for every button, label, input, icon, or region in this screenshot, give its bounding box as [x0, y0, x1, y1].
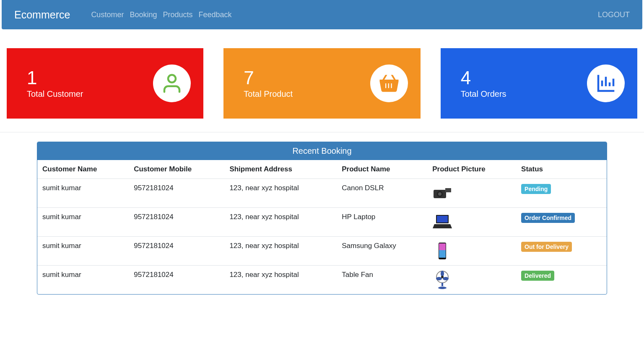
stat-product-label: Total Product — [244, 89, 293, 99]
laptop-icon — [432, 213, 452, 231]
cell-shipment-address: 123, near xyz hospital — [225, 208, 338, 237]
fan-icon — [432, 271, 452, 289]
table-row: sumit kumar9572181024123, near xyz hospi… — [37, 179, 607, 208]
stat-orders-label: Total Orders — [461, 89, 506, 99]
svg-point-16 — [438, 287, 447, 289]
svg-rect-6 — [437, 216, 448, 222]
cell-product-picture — [428, 266, 517, 295]
cell-customer-mobile: 9572181024 — [130, 237, 225, 266]
cell-customer-name: sumit kumar — [37, 179, 130, 208]
recent-booking-panel: Recent Booking Customer Name Customer Mo… — [37, 142, 607, 295]
cell-product-picture — [428, 208, 517, 237]
navbar: Ecommerce Customer Booking Products Feed… — [2, 0, 642, 29]
svg-point-0 — [168, 75, 176, 83]
cell-product-name: HP Laptop — [338, 208, 428, 237]
table-row: sumit kumar9572181024123, near xyz hospi… — [37, 208, 607, 237]
status-badge: Pending — [521, 184, 551, 194]
nav-link-products[interactable]: Products — [163, 10, 192, 19]
stat-card-product: 7 Total Product — [223, 48, 420, 119]
svg-rect-15 — [441, 283, 443, 286]
cell-shipment-address: 123, near xyz hospital — [225, 266, 338, 295]
cell-product-picture — [428, 179, 517, 208]
cell-customer-mobile: 9572181024 — [130, 208, 225, 237]
svg-point-13 — [443, 277, 449, 280]
cell-product-name: Samsung Galaxy — [338, 237, 428, 266]
status-badge: Order Confirmed — [521, 213, 575, 223]
cell-status: Order Confirmed — [517, 208, 607, 237]
stat-customer-label: Total Customer — [27, 89, 83, 99]
stat-orders-value: 4 — [461, 68, 506, 88]
logout-link[interactable]: LOGOUT — [598, 10, 630, 19]
cell-customer-mobile: 9572181024 — [130, 266, 225, 295]
stat-product-value: 7 — [244, 68, 293, 88]
nav-link-feedback[interactable]: Feedback — [199, 10, 232, 19]
cell-status: Pending — [517, 179, 607, 208]
svg-rect-4 — [445, 188, 451, 192]
cell-status: Delivered — [517, 266, 607, 295]
svg-point-14 — [441, 276, 444, 278]
th-product-name: Product Name — [338, 160, 428, 179]
cell-shipment-address: 123, near xyz hospital — [225, 179, 338, 208]
cell-customer-name: sumit kumar — [37, 266, 130, 295]
cell-product-name: Canon DSLR — [338, 179, 428, 208]
cell-product-picture — [428, 237, 517, 266]
nav-link-customer[interactable]: Customer — [91, 10, 124, 19]
cell-product-name: Table Fan — [338, 266, 428, 295]
cell-customer-name: sumit kumar — [37, 208, 130, 237]
th-status: Status — [517, 160, 607, 179]
th-product-picture: Product Picture — [428, 160, 517, 179]
table-row: sumit kumar9572181024123, near xyz hospi… — [37, 266, 607, 295]
table-title: Recent Booking — [37, 142, 607, 160]
basket-icon — [370, 65, 408, 102]
cell-shipment-address: 123, near xyz hospital — [225, 237, 338, 266]
table-row: sumit kumar9572181024123, near xyz hospi… — [37, 237, 607, 266]
stat-customer-value: 1 — [27, 68, 83, 88]
camera-icon — [432, 184, 452, 202]
cell-status: Out for Delivery — [517, 237, 607, 266]
user-icon — [153, 65, 191, 102]
svg-point-3 — [438, 192, 441, 196]
chart-icon — [587, 65, 625, 102]
th-customer-mobile: Customer Mobile — [130, 160, 225, 179]
svg-point-12 — [436, 277, 442, 280]
th-customer-name: Customer Name — [37, 160, 130, 179]
svg-rect-9 — [439, 250, 446, 258]
phone-icon — [432, 242, 452, 260]
brand[interactable]: Ecommerce — [14, 9, 70, 21]
nav-link-booking[interactable]: Booking — [130, 10, 157, 19]
stat-card-customer: 1 Total Customer — [7, 48, 203, 119]
status-badge: Out for Delivery — [521, 242, 572, 252]
nav-links: Customer Booking Products Feedback — [91, 10, 598, 19]
status-badge: Delivered — [521, 271, 554, 281]
booking-table: Customer Name Customer Mobile Shipment A… — [37, 160, 607, 294]
cell-customer-mobile: 9572181024 — [130, 179, 225, 208]
svg-point-11 — [441, 271, 444, 277]
stats-row: 1 Total Customer 7 Total Product 4 Total… — [0, 29, 644, 132]
cell-customer-name: sumit kumar — [37, 237, 130, 266]
th-shipment-address: Shipment Address — [225, 160, 338, 179]
stat-card-orders: 4 Total Orders — [441, 48, 637, 119]
